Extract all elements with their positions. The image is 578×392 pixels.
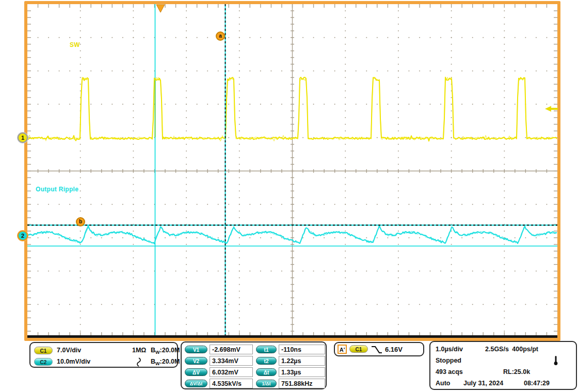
v1-badge[interactable]: V1 [185, 346, 207, 353]
dv-badge[interactable]: ΔV [185, 368, 207, 376]
timebase-panel[interactable]: 1.0µs/div 2.5GS/s 400ps/pt Stopped 493 a… [429, 341, 577, 390]
time-per-div: 1.0µs/div [436, 346, 463, 353]
acq-count: 493 acqs [436, 368, 463, 375]
cursor-b-handle[interactable]: b [76, 217, 85, 226]
v2-badge[interactable]: V2 [185, 357, 207, 365]
time-label: 08:47:29 [524, 380, 550, 387]
falling-edge-icon [371, 345, 382, 356]
cursor-a-handle[interactable]: a [216, 31, 225, 41]
thermometer-icon [553, 355, 558, 368]
acq-status: Stopped [436, 357, 461, 364]
sample-rate: 2.5GS/s [485, 346, 509, 353]
trigger-source-badge[interactable]: C1 [349, 345, 368, 353]
dv-value: 6.032mV [210, 367, 253, 377]
dt-badge[interactable]: Δt [256, 368, 277, 376]
trigger-level-value: 6.16V [385, 346, 403, 353]
inv-dt-value: 751.88kHz [279, 379, 325, 388]
dvdt-badge[interactable]: ΔV/Δt [185, 380, 207, 387]
inv-dt-badge[interactable]: 1/Δt [256, 380, 277, 387]
channel2-trace-label: Output Ripple [36, 186, 78, 193]
t2-value: 1.22µs [279, 356, 325, 366]
record-length: RL:25.0k [503, 368, 530, 375]
t1-value: -110ns [279, 345, 325, 354]
channel2-zero-marker[interactable]: 2 [18, 231, 28, 241]
trigger-panel[interactable]: A' C1 6.16V [334, 342, 424, 356]
channel1-trace-label: SW [70, 41, 80, 48]
dt-value: 1.33µs [279, 367, 325, 377]
c2-bandwidth: BW:20.0M [151, 358, 180, 366]
dvdt-value: 4.535kV/s [210, 379, 253, 388]
c1-badge[interactable]: C1 [34, 347, 53, 354]
channel1-descriptor[interactable]: C1 7.0V/div 1MΩ BW:20.0M [30, 346, 177, 356]
channels-panel[interactable]: C1 7.0V/div 1MΩ BW:20.0M C2 10.0mV/div B… [29, 342, 178, 368]
c2-scale: 10.0mV/div [57, 358, 90, 365]
c2-badge[interactable]: C2 [34, 358, 53, 366]
channel1-zero-marker[interactable]: 1 [18, 133, 28, 143]
trigger-mode-box[interactable]: A' [338, 345, 347, 354]
cursor-readout-panel[interactable]: V1 -2.698mV V2 3.334mV ΔV 6.032mV ΔV/Δt … [181, 341, 327, 389]
ac-coupling-icon [136, 357, 142, 369]
channel2-descriptor[interactable]: C2 10.0mV/div BW:20.0M [30, 357, 177, 367]
sample-period: 400ps/pt [512, 346, 538, 353]
v2-value: 3.334mV [210, 356, 253, 366]
c1-scale: 7.0V/div [57, 347, 81, 354]
c1-bandwidth: BW:20.0M [151, 347, 180, 355]
v1-value: -2.698mV [210, 345, 253, 354]
t2-badge[interactable]: t2 [256, 357, 277, 365]
t1-badge[interactable]: t1 [256, 346, 277, 353]
c1-coupling: 1MΩ [132, 347, 146, 354]
date-label: July 31, 2024 [463, 380, 503, 387]
scope-display [0, 0, 578, 392]
trigger-mode: Auto [436, 380, 450, 387]
